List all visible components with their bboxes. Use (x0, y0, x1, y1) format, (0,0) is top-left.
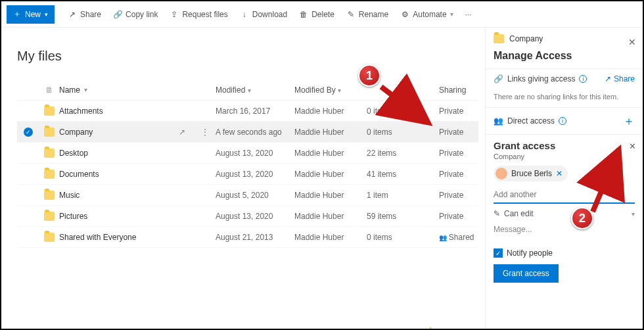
modified-cell: August 21, 2013 (216, 233, 294, 242)
request-icon: ⇪ (170, 10, 179, 19)
cursor-icon: 👆 (426, 327, 437, 330)
size-cell: 0 items (367, 233, 439, 242)
sharing-cell: Private (439, 212, 478, 221)
folder-icon (44, 212, 55, 221)
manage-access-panel: Company ✕ Manage Access 🔗 Links giving a… (485, 28, 643, 329)
col-modified[interactable]: Modified ▾ (216, 85, 294, 95)
modified-by-cell: Maddie Huber (294, 128, 367, 137)
folder-icon (494, 34, 504, 43)
table-header: 🗎 Name ▾ Modified ▾ Modified By ▾ Sharin… (17, 80, 478, 101)
checkmark-icon: ✓ (24, 128, 33, 137)
request-files-button[interactable]: ⇪Request files (164, 5, 233, 24)
modified-cell: March 16, 2017 (216, 106, 294, 116)
chevron-down-icon: ▾ (632, 210, 635, 218)
annotation-badge-2: 2 (571, 207, 593, 229)
table-row[interactable]: DocumentsAugust 13, 2020Maddie Huber41 i… (17, 164, 478, 185)
table-row[interactable]: AttachmentsMarch 16, 2017Maddie Huber0 i… (17, 101, 478, 122)
grant-access-card: ✕ Grant access Company Bruce Berls ✕ ✎Ca… (486, 134, 643, 291)
table-row[interactable]: MusicAugust 5, 2020Maddie Huber1 itemPri… (17, 185, 478, 206)
new-button[interactable]: ＋ New ▾ (7, 5, 55, 24)
add-direct-access-button[interactable]: ＋ (623, 113, 635, 129)
panel-folder-name: Company (509, 34, 543, 43)
command-bar: ＋ New ▾ ↗Share 🔗Copy link ⇪Request files… (1, 1, 643, 28)
avatar (495, 168, 507, 179)
automate-button[interactable]: ⚙Automate ▾ (395, 5, 458, 24)
table-row[interactable]: DesktopAugust 13, 2020Maddie Huber22 ite… (17, 143, 478, 164)
modified-by-cell: Maddie Huber (294, 212, 367, 221)
modified-by-cell: Maddie Huber (294, 170, 367, 179)
plus-icon: ＋ (13, 9, 21, 20)
rename-icon: ✎ (346, 10, 356, 19)
sharing-cell: 👥 Shared (439, 233, 478, 242)
item-name: Shared with Everyone (59, 233, 136, 242)
folder-icon (44, 106, 55, 116)
chevron-down-icon: ▾ (450, 11, 453, 18)
overflow-button[interactable]: ··· (460, 5, 477, 24)
folder-icon (44, 149, 55, 158)
download-button[interactable]: ↓Download (235, 5, 292, 24)
panel-title: Manage Access (486, 47, 643, 68)
sharing-cell: Private (439, 170, 478, 179)
chevron-down-icon: ▾ (338, 87, 341, 94)
chip-name: Bruce Berls (511, 169, 552, 178)
message-input[interactable]: Message... (494, 225, 635, 234)
table-row[interactable]: Shared with EveryoneAugust 21, 2013Maddi… (17, 227, 478, 248)
delete-button[interactable]: 🗑Delete (294, 5, 340, 24)
close-icon[interactable]: ✕ (629, 141, 636, 151)
ellipsis-icon: ··· (465, 10, 472, 19)
size-cell: 22 items (367, 149, 439, 158)
share-button[interactable]: ↗Share (62, 5, 106, 24)
person-chip[interactable]: Bruce Berls ✕ (494, 166, 568, 181)
share-button-panel[interactable]: ↗ Share (605, 74, 635, 83)
share-icon[interactable]: ↗ (179, 128, 185, 137)
item-name: Company (59, 128, 93, 137)
sharing-cell: Private (439, 106, 478, 116)
chevron-down-icon: ▾ (248, 87, 251, 94)
rename-button[interactable]: ✎Rename (341, 5, 394, 24)
remove-chip-icon[interactable]: ✕ (556, 169, 563, 178)
info-icon[interactable]: i (559, 117, 566, 125)
share-icon: ↗ (68, 10, 77, 19)
item-name: Music (59, 191, 80, 200)
sharing-cell: Private (439, 191, 478, 200)
no-links-text: There are no sharing links for this item… (486, 89, 643, 107)
modified-by-cell: Maddie Huber (294, 233, 367, 242)
col-name[interactable]: Name ▾ (59, 85, 216, 95)
annotation-badge-1: 1 (358, 64, 380, 87)
new-label: New (25, 10, 41, 19)
file-table: 🗎 Name ▾ Modified ▾ Modified By ▾ Sharin… (17, 80, 478, 248)
close-icon[interactable]: ✕ (628, 37, 636, 47)
modified-cell: August 13, 2020 (216, 149, 294, 158)
grant-access-subtitle: Company (494, 153, 635, 160)
modified-by-cell: Maddie Huber (294, 149, 367, 158)
item-name: Pictures (59, 212, 87, 221)
share-icon: ↗ (605, 74, 611, 83)
sharing-cell: Private (439, 149, 478, 158)
notify-people-checkbox[interactable]: ✓ Notify people (494, 248, 635, 258)
item-name: Documents (59, 170, 99, 179)
col-sharing[interactable]: Sharing (439, 85, 478, 95)
chevron-down-icon: ▾ (84, 86, 87, 93)
col-modified-by[interactable]: Modified By ▾ (294, 85, 367, 95)
item-name: Desktop (59, 149, 88, 158)
add-people-input[interactable] (494, 187, 635, 204)
permission-selector[interactable]: ✎Can edit ▾ (494, 209, 635, 218)
page-title: My files (17, 49, 478, 64)
info-icon[interactable]: i (579, 75, 587, 83)
table-row[interactable]: ✓Company↗⋮A few seconds agoMaddie Huber0… (17, 122, 478, 143)
trash-icon: 🗑 (299, 10, 308, 19)
modified-by-cell: Maddie Huber (294, 191, 367, 200)
more-icon[interactable]: ⋮ (201, 128, 209, 137)
link-icon: 🔗 (113, 10, 122, 19)
folder-icon (44, 233, 55, 242)
copy-link-button[interactable]: 🔗Copy link (108, 5, 163, 24)
link-icon: 🔗 (494, 74, 503, 83)
modified-cell: August 13, 2020 (216, 212, 294, 221)
file-area: My files 🗎 Name ▾ Modified ▾ Modified By… (1, 28, 485, 329)
folder-icon (44, 170, 55, 179)
grant-access-button[interactable]: Grant access (494, 264, 559, 283)
table-row[interactable]: PicturesAugust 13, 2020Maddie Huber59 it… (17, 206, 478, 227)
item-name: Attachments (59, 106, 103, 116)
flow-icon: ⚙ (400, 10, 409, 19)
grant-access-title: Grant access (494, 140, 635, 151)
